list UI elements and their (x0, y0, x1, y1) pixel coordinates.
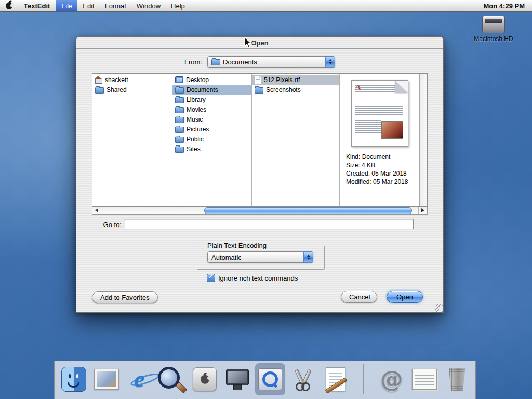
finder-icon (61, 367, 86, 392)
encoding-groupbox: Plain Text Encoding Automatic (197, 246, 325, 270)
preview-pane: A Kind: Document Size: 4 KB Created: 05 … (340, 74, 419, 206)
dock-item-finder[interactable] (60, 364, 88, 394)
folder-icon (175, 147, 184, 153)
file-kind: Kind: Document (346, 153, 408, 161)
apple-logo-icon (6, 3, 12, 9)
list-item-music[interactable]: Music (172, 114, 251, 124)
dock: e @ (54, 361, 476, 399)
desktop-folder-icon (175, 76, 183, 83)
list-item-sites[interactable]: Sites (172, 144, 251, 154)
dock-item-mail[interactable] (92, 364, 121, 394)
dock-item-news[interactable] (410, 364, 438, 394)
list-item-label: Desktop (186, 76, 209, 84)
folder-icon (175, 127, 184, 133)
list-item-label: Pictures (187, 126, 209, 133)
open-dialog: Open From: Documents shackett Shared (76, 36, 444, 313)
menu-item-help[interactable]: Help (166, 0, 190, 11)
scroll-right-arrow-icon[interactable] (418, 207, 427, 214)
dock-item-internet-explorer[interactable]: e (125, 364, 154, 394)
desktop-icon-macintosh-hd[interactable]: Macintosh HD (467, 16, 521, 43)
scroll-left-arrow-icon[interactable] (92, 207, 101, 214)
menu-item-edit[interactable]: Edit (77, 0, 99, 11)
ignore-rich-text-checkbox[interactable] (207, 274, 215, 282)
list-item-documents[interactable]: Documents (172, 85, 251, 95)
app-menu-title[interactable]: TextEdit (18, 0, 56, 11)
encoding-group-label: Plain Text Encoding (205, 242, 269, 249)
dock-item-system-preferences[interactable] (191, 364, 219, 394)
browser-column-home: Desktop Documents Library Movies Music (172, 74, 252, 206)
document-icon (255, 76, 261, 84)
dock-item-mail-at[interactable]: @ (377, 364, 406, 394)
popup-arrows-icon (303, 251, 313, 263)
dock-item-textedit[interactable] (321, 364, 350, 394)
desktop-icon-label: Macintosh HD (467, 35, 521, 43)
list-item-label: Shared (107, 86, 127, 94)
file-modified: Modified: 05 Mar 2018 (346, 178, 408, 186)
dock-item-quicktime[interactable] (256, 364, 285, 394)
encoding-popup[interactable]: Automatic (207, 251, 313, 263)
list-item-label: Movies (187, 106, 206, 113)
list-item-label: shackett (105, 76, 128, 84)
from-popup-value: Documents (223, 58, 257, 66)
folder-icon (175, 107, 184, 113)
menu-item-file[interactable]: File (56, 0, 77, 11)
list-item-label: 512 Pixels.rtf (264, 76, 300, 84)
menu-clock[interactable]: Mon 4:29 PM (476, 2, 532, 10)
list-item-pictures[interactable]: Pictures (172, 124, 251, 134)
quicktime-icon (258, 368, 282, 390)
desktop: TextEdit File Edit Format Window Help Mo… (0, 0, 532, 399)
menu-item-window[interactable]: Window (131, 0, 166, 11)
dock-separator (363, 364, 364, 394)
list-item-desktop[interactable]: Desktop (172, 75, 251, 85)
document-preview: A (351, 80, 408, 147)
ignore-rich-text-row[interactable]: Ignore rich text commands (207, 274, 298, 282)
dock-item-grab[interactable] (288, 364, 317, 394)
popup-arrows-icon (325, 56, 335, 68)
file-info: Kind: Document Size: 4 KB Created: 05 Ma… (346, 153, 408, 186)
folder-icon (95, 87, 104, 94)
list-item-shared[interactable]: Shared (92, 85, 172, 95)
list-item-screenshots[interactable]: Screenshots (252, 85, 339, 95)
cancel-button[interactable]: Cancel (341, 291, 377, 303)
trash-icon (447, 368, 467, 391)
list-item-library[interactable]: Library (172, 95, 251, 104)
list-item-label: Music (187, 116, 203, 123)
dock-item-display[interactable] (223, 364, 252, 394)
from-label: From: (159, 58, 202, 66)
display-monitor-icon (226, 369, 249, 385)
vertical-scrollbar[interactable] (419, 74, 427, 206)
menu-item-format[interactable]: Format (100, 0, 131, 11)
newspaper-icon (412, 369, 437, 390)
list-item-shackett[interactable]: shackett (92, 75, 172, 85)
textedit-document-icon (326, 367, 345, 391)
hard-drive-icon (482, 16, 505, 33)
goto-input[interactable] (124, 219, 414, 229)
folder-icon (175, 137, 184, 143)
file-size: Size: 4 KB (346, 161, 408, 169)
open-button[interactable]: Open (387, 291, 423, 303)
list-item-label: Sites (187, 145, 201, 153)
dock-item-sherlock[interactable] (158, 364, 187, 394)
list-item-label: Library (187, 96, 206, 103)
from-popup[interactable]: Documents (207, 56, 335, 68)
scissors-icon (292, 367, 313, 391)
dialog-title: Open (251, 39, 268, 47)
sherlock-magnifier-icon (158, 367, 180, 389)
list-item-512-pixels-rtf[interactable]: 512 Pixels.rtf (252, 75, 339, 85)
menu-bar: TextEdit File Edit Format Window Help Mo… (0, 0, 532, 12)
preview-photo (381, 121, 403, 139)
list-item-public[interactable]: Public (172, 134, 251, 144)
folder-icon (175, 117, 184, 123)
apple-menu[interactable] (0, 0, 18, 11)
add-to-favorites-button[interactable]: Add to Favorites (92, 291, 158, 303)
horizontal-scrollbar[interactable] (92, 207, 428, 215)
list-item-movies[interactable]: Movies (172, 104, 251, 114)
apple-logo-icon (201, 375, 209, 384)
resize-grip-icon[interactable] (435, 304, 443, 312)
file-created: Created: 05 Mar 2018 (346, 169, 408, 178)
dialog-titlebar[interactable]: Open (76, 37, 443, 49)
horizontal-scrollbar-thumb[interactable] (204, 207, 412, 214)
folder-icon (255, 87, 263, 94)
preview-text-lines (355, 118, 381, 142)
dock-item-trash[interactable] (443, 364, 471, 394)
